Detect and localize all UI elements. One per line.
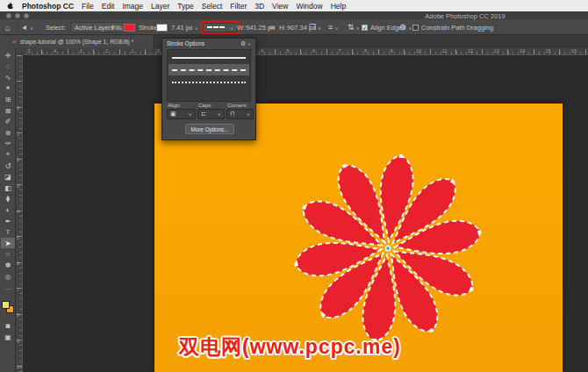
menu-item-file[interactable]: File [82, 2, 94, 11]
home-icon[interactable]: ⌂ [5, 19, 11, 35]
select-label: Select: [46, 19, 66, 35]
menu-item-3d[interactable]: 3D [255, 2, 264, 11]
link-dimensions-icon[interactable]: ∞ [269, 19, 275, 35]
blur-tool-icon[interactable]: ⧫ [1, 194, 15, 204]
menu-item-help[interactable]: Help [331, 2, 346, 11]
menu-item-type[interactable]: Type [177, 2, 193, 11]
stroke-width-field[interactable]: 7.41 px∨ [171, 19, 198, 35]
dodge-tool-icon[interactable]: ◐ [1, 204, 15, 215]
window-close-button[interactable] [6, 13, 11, 18]
healing-brush-tool-icon[interactable]: ⊕ [1, 127, 15, 138]
crop-tool-icon[interactable]: ⊞ [1, 94, 15, 104]
pen-tool-icon[interactable]: ✒ [1, 216, 15, 226]
marquee-tool-icon[interactable]: ◌ [1, 61, 15, 72]
solid-stroke-option[interactable] [169, 52, 249, 63]
window-zoom-button[interactable] [24, 13, 29, 18]
ruler-label: 4 [261, 48, 263, 54]
ruler-label: 13 [494, 48, 499, 54]
menu-item-filter[interactable]: Filter [230, 2, 247, 11]
corners-dropdown[interactable]: ⊓∨ [226, 109, 254, 119]
ruler-origin-corner [16, 48, 23, 55]
fill-label: Fill: [111, 19, 122, 35]
dashed-line-icon [207, 26, 225, 28]
foreground-color-swatch[interactable] [2, 301, 10, 309]
history-brush-tool-icon[interactable]: ↺ [1, 161, 15, 171]
ruler-label: 10 [416, 48, 421, 54]
tool-options-bar: ⌂ ➤∨ Select: Active Layers∨ Fill: Stroke… [0, 19, 588, 35]
apple-logo-icon[interactable] [7, 2, 14, 10]
anchor-point[interactable] [477, 230, 482, 234]
quick-mask-icon[interactable]: ◙ [1, 320, 15, 331]
menu-item-select[interactable]: Select [202, 2, 223, 11]
gradient-tool-icon[interactable]: ◧ [1, 182, 15, 193]
panel-gear-icon[interactable]: ⚙∨ [240, 40, 251, 47]
anchor-point[interactable] [398, 154, 403, 159]
more-options-button[interactable]: More Options... [185, 124, 234, 134]
ruler-label: 4 [17, 209, 19, 214]
frame-tool-icon[interactable]: ⊠ [1, 105, 15, 116]
dashed-stroke-option[interactable] [169, 64, 249, 75]
menu-item-image[interactable]: Image [122, 2, 143, 11]
gear-icon[interactable]: ⚙∨ [399, 19, 412, 35]
ruler-label: 15 [546, 48, 551, 54]
window-minimize-button[interactable] [15, 13, 20, 18]
window-title: Adobe Photoshop CC 2019 [377, 12, 553, 20]
tab-close-icon[interactable]: × [12, 38, 17, 46]
path-arrangement-icon[interactable]: ⇅∨ [348, 19, 360, 35]
align-center-icon: ▣ [170, 111, 176, 118]
dotted-stroke-option[interactable] [169, 76, 249, 88]
hand-tool-icon[interactable]: ✽ [1, 260, 15, 270]
move-tool-icon[interactable]: ✛ [1, 50, 15, 61]
shape-tool-icon[interactable]: ○ [1, 249, 15, 260]
document-canvas[interactable] [154, 104, 563, 372]
constrain-path-dragging-checkbox[interactable]: Constrain Path Dragging [412, 19, 493, 35]
stroke-style-dropdown[interactable]: ∨ [203, 19, 238, 35]
type-tool-icon[interactable]: T [1, 227, 15, 238]
corners-label: Corners: [227, 103, 247, 108]
vertical-ruler: 012345678910 [16, 55, 23, 372]
ruler-label: 7 [339, 48, 341, 54]
eraser-tool-icon[interactable]: ◪ [1, 172, 15, 182]
ruler-label: 0 [157, 48, 160, 54]
color-swatches[interactable] [2, 301, 15, 314]
stroke-style-list [167, 49, 251, 102]
clone-stamp-tool-icon[interactable]: ⌖ [1, 149, 15, 160]
menu-item-view[interactable]: View [272, 2, 288, 11]
brush-tool-icon[interactable]: ✑ [1, 139, 15, 149]
flower-shape[interactable] [283, 143, 493, 354]
height-label: H: [279, 19, 286, 35]
path-operations-icon[interactable]: ❐∨ [309, 19, 321, 35]
ruler-label: 5 [28, 48, 31, 54]
ruler-label: 3 [80, 48, 82, 54]
document-tab[interactable]: × shape-tutorial @ 100% (Shape 1, RGB/8)… [0, 35, 154, 48]
anchor-point[interactable] [294, 262, 298, 267]
stroke-swatch[interactable] [156, 19, 168, 35]
menu-item-window[interactable]: Window [296, 2, 322, 11]
zoom-tool-icon[interactable]: ◎ [1, 271, 15, 282]
ruler-label: 6 [312, 48, 315, 54]
menu-item-layer[interactable]: Layer [151, 2, 169, 11]
document-tab-title: shape-tutorial @ 100% (Shape 1, RGB/8) * [20, 39, 134, 45]
fill-swatch[interactable] [124, 19, 135, 35]
dashed-stroke-line-icon [172, 69, 246, 71]
quick-selection-tool-icon[interactable]: ✶ [1, 83, 15, 94]
align-dropdown[interactable]: ▣∨ [167, 109, 196, 119]
path-alignment-icon[interactable]: ≡∨ [328, 19, 339, 35]
menu-item-edit[interactable]: Edit [102, 2, 115, 11]
watermark-text: 双电网(www.pcpc.me) [179, 333, 401, 361]
lasso-tool-icon[interactable]: ∿ [1, 72, 15, 82]
path-selection-tool-icon[interactable]: ➤ [1, 238, 15, 248]
document-tab-bar: × shape-tutorial @ 100% (Shape 1, RGB/8)… [0, 35, 588, 48]
caps-dropdown[interactable]: ⊏∨ [197, 109, 225, 119]
eyedropper-tool-icon[interactable]: ✐ [1, 117, 15, 127]
ruler-label: 5 [287, 48, 290, 54]
butt-cap-icon: ⊏ [201, 111, 206, 118]
menu-app-name[interactable]: Photoshop CC [22, 2, 74, 11]
ruler-label: 1 [17, 132, 19, 137]
dotted-stroke-line-icon [172, 82, 246, 83]
center-anchor-point[interactable] [386, 247, 390, 250]
caps-label: Caps: [198, 103, 212, 108]
more-tools-icon[interactable]: … [1, 283, 15, 293]
screen-mode-icon[interactable]: ▣ [1, 332, 15, 342]
tool-preset-icon[interactable]: ➤∨ [22, 19, 33, 35]
